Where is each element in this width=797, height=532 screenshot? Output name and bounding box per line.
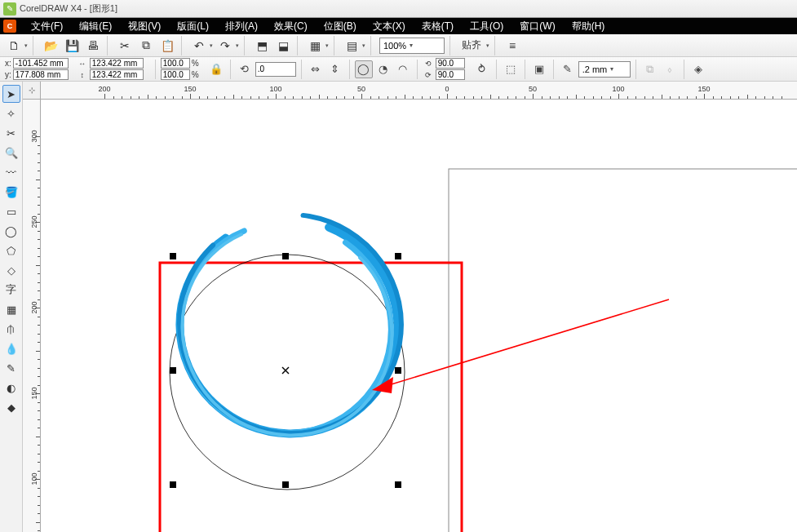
convert-to-curves-icon[interactable]: ◈ [689,60,707,78]
app-launcher-icon[interactable]: ▦ [306,37,324,55]
dropdown-arrow-icon[interactable]: ▾ [24,42,28,49]
paste-icon[interactable]: 📋 [158,37,176,55]
ellipse-tool-icon[interactable]: ◯ [2,222,20,240]
width-input[interactable] [90,58,144,69]
pie-icon[interactable]: ◔ [374,60,392,78]
blue-brush-circle[interactable] [139,182,436,479]
freehand-tool-icon[interactable]: 〰 [2,163,20,181]
lock-ratio-icon[interactable]: 🔒 [207,60,225,78]
size-group: ↔ ↕ [77,58,144,80]
new-icon[interactable]: 🗋 [5,37,23,55]
start-angle-icon: ⟲ [423,60,434,68]
convert-icon[interactable]: ⬨ [661,60,679,78]
dropdown-arrow-icon[interactable]: ▾ [236,42,239,49]
selection-center-icon [282,367,289,374]
crop-tool-icon[interactable]: ✂ [2,124,20,142]
mirror-v-icon[interactable]: ⇕ [326,60,344,78]
menu-edit[interactable]: 编辑(E) [71,18,120,35]
horizontal-ruler[interactable]: 20015010050050100150 [41,82,797,100]
menu-effects[interactable]: 效果(C) [266,18,316,35]
to-front-icon[interactable]: ▣ [530,60,548,78]
table-tool-icon[interactable]: ▦ [2,300,20,318]
menu-table[interactable]: 表格(T) [414,18,462,35]
copy-icon[interactable]: ⧉ [137,37,155,55]
selection-handle[interactable] [282,253,289,259]
zoom-dropdown[interactable]: 100% ▾ [379,38,445,54]
standard-toolbar: 🗋▾ 📂 💾 🖶 ✂ ⧉ 📋 ↶▾ ↷▾ ⬒ ⬓ ▦▾ ▤▾ 100% ▾ 贴齐… [0,34,797,57]
mirror-h-icon[interactable]: ⇔ [307,60,325,78]
text-tool-icon[interactable]: 字 [2,281,20,299]
dropdown-arrow-icon[interactable]: ▾ [486,42,489,49]
selection-handle[interactable] [170,481,176,488]
open-icon[interactable]: 📂 [42,37,60,55]
y-label: y: [5,70,11,79]
menu-help[interactable]: 帮助(H) [564,18,613,35]
smart-fill-icon[interactable]: 🪣 [2,183,20,201]
menu-arrange[interactable]: 排列(A) [217,18,266,35]
arc-end-input[interactable] [436,69,465,80]
outline-width-dropdown[interactable]: .2 mm ▾ [578,61,631,78]
y-input[interactable] [13,69,69,80]
selection-handle[interactable] [395,367,401,374]
outline-tool-icon[interactable]: ✎ [2,359,20,377]
dropdown-arrow-icon[interactable]: ▾ [210,42,213,49]
canvas[interactable] [41,100,797,532]
svg-line-4 [383,299,669,387]
snap-label[interactable]: 贴齐 [462,38,481,52]
scale-y-input[interactable] [161,69,190,80]
menu-layout[interactable]: 版面(L) [169,18,217,35]
save-icon[interactable]: 💾 [63,37,81,55]
dropdown-arrow-icon[interactable]: ▾ [325,42,329,49]
app-title: CorelDRAW X4 - [图形1] [20,2,117,15]
shape-tool-icon[interactable]: ✧ [2,104,20,122]
blend-tool-icon[interactable]: ⫛ [2,320,20,338]
basic-shapes-icon[interactable]: ◇ [2,261,20,279]
selection-handle[interactable] [395,253,401,259]
print-icon[interactable]: 🖶 [84,37,102,55]
menu-bitmap[interactable]: 位图(B) [316,18,365,35]
export-icon[interactable]: ⬓ [274,37,292,55]
arc-start-input[interactable] [436,58,465,69]
height-input[interactable] [90,69,144,80]
to-back-icon[interactable]: ⧉ [641,60,659,78]
arc-direction-icon[interactable]: ⥁ [473,60,491,78]
menu-view[interactable]: 视图(V) [120,18,169,35]
percent-label: % [192,59,199,68]
x-input[interactable] [13,58,69,69]
pick-tool-icon[interactable]: ➤ [2,85,20,103]
eyedropper-icon[interactable]: 💧 [2,339,20,357]
undo-icon[interactable]: ↶ [190,37,208,55]
menu-tools[interactable]: 工具(O) [462,18,511,35]
arc-icon[interactable]: ◠ [394,60,412,78]
redo-icon[interactable]: ↷ [216,37,234,55]
vertical-ruler[interactable]: 300250200150100 [23,100,41,532]
import-icon[interactable]: ⬒ [253,37,271,55]
selection-handle[interactable] [170,253,176,259]
annotation-arrow [372,299,669,393]
zoom-tool-icon[interactable]: 🔍 [2,144,20,162]
options-icon[interactable]: ≡ [503,37,521,55]
selection-handle[interactable] [170,367,176,374]
workspace: ➤ ✧ ✂ 🔍 〰 🪣 ▭ ◯ ⬠ ◇ 字 ▦ ⫛ 💧 ✎ ◐ ◆ ⊹ 2001… [0,82,797,532]
menu-text[interactable]: 文本(X) [365,18,414,35]
ellipse-icon[interactable]: ◯ [355,60,373,78]
selection-handle[interactable] [282,481,289,488]
welcome-screen-icon[interactable]: ▤ [343,37,361,55]
outline-width-value: .2 mm [582,64,608,74]
menu-file[interactable]: 文件(F) [23,18,71,35]
scale-x-input[interactable] [161,58,190,69]
dropdown-arrow-icon[interactable]: ▾ [362,42,365,49]
menu-bar: C 文件(F) 编辑(E) 视图(V) 版面(L) 排列(A) 效果(C) 位图… [0,18,797,34]
svg-point-3 [139,182,435,478]
interactive-fill-icon[interactable]: ◆ [2,398,20,416]
polygon-tool-icon[interactable]: ⬠ [2,242,20,259]
wrap-text-icon[interactable]: ⬚ [502,60,520,78]
cut-icon[interactable]: ✂ [116,37,134,55]
fill-tool-icon[interactable]: ◐ [2,379,20,397]
outline-pen-icon: ✎ [559,60,577,78]
rotation-input[interactable] [255,62,296,77]
selection-handle[interactable] [395,481,401,488]
ruler-origin[interactable]: ⊹ [23,82,41,100]
menu-window[interactable]: 窗口(W) [511,18,563,35]
rectangle-tool-icon[interactable]: ▭ [2,202,20,220]
